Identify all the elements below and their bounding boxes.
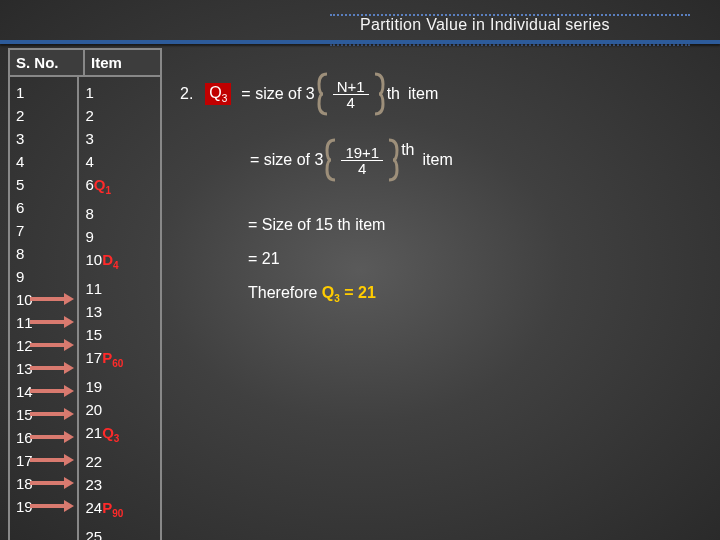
table-row: 13 (85, 300, 154, 323)
table-row: 22 (85, 450, 154, 473)
arrow-icon (30, 412, 66, 416)
arrow-icon (30, 458, 66, 462)
table-row: 8 (16, 242, 71, 265)
table-row: 2 (85, 104, 154, 127)
table-header: S. No. Item (10, 50, 160, 77)
table-row: 20 (85, 398, 154, 421)
table-row: 2 (16, 104, 71, 127)
partition-marker: Q (94, 176, 106, 193)
arrow-icon (30, 435, 66, 439)
right-bracket-icon (385, 138, 399, 182)
table-row: 15 (85, 323, 154, 346)
table-row: 21Q3 (85, 421, 154, 450)
table-row: 17P60 (85, 346, 154, 375)
header-sno: S. No. (10, 50, 85, 75)
arrow-icon (30, 297, 66, 301)
table-row: 6Q1 (85, 173, 154, 202)
table-body: 12345678910111213141516171819 12346Q1891… (10, 77, 160, 540)
table-row: 6 (16, 196, 71, 219)
equation-1: 2. Q3 = size of 3 N+1 4 th item (180, 72, 457, 116)
result-line-1: = Size of 15 th item (248, 208, 385, 242)
table-row: 1 (16, 81, 71, 104)
right-bracket-icon (371, 72, 385, 116)
table-row: 25 (85, 525, 154, 540)
arrow-icon (30, 343, 66, 347)
arrow-icon (30, 366, 66, 370)
page-title: Partition Value in Individual series (360, 16, 610, 34)
table-row: 9 (16, 265, 71, 288)
equations: 2. Q3 = size of 3 N+1 4 th item = size o… (180, 72, 457, 204)
left-bracket-icon (317, 72, 331, 116)
q3-box: Q3 (205, 83, 231, 105)
left-bracket-icon (325, 138, 339, 182)
table-row: 4 (85, 150, 154, 173)
table-row: 5 (16, 173, 71, 196)
table-row: 24P90 (85, 496, 154, 525)
table-row: 8 (85, 202, 154, 225)
header-item: Item (85, 50, 160, 75)
table-row: 11 (85, 277, 154, 300)
item-column: 12346Q18910D411131517P60192021Q3222324P9… (79, 77, 160, 540)
partition-marker: Q (102, 424, 114, 441)
results: = Size of 15 th item = 21 Therefore Q3 =… (248, 208, 385, 316)
arrow-icon (30, 320, 66, 324)
arrow-icon (30, 481, 66, 485)
arrow-icon (30, 504, 66, 508)
table-row: 9 (85, 225, 154, 248)
fraction-1: N+1 4 (333, 79, 369, 110)
arrow-icon (30, 389, 66, 393)
table-row: 19 (85, 375, 154, 398)
table-row: 7 (16, 219, 71, 242)
table-row: 3 (85, 127, 154, 150)
sno-column: 12345678910111213141516171819 (10, 77, 79, 540)
table-row: 4 (16, 150, 71, 173)
table-row: 10D4 (85, 248, 154, 277)
result-line-3: Therefore Q3 = 21 (248, 276, 385, 316)
result-line-2: = 21 (248, 242, 385, 276)
table-row: 3 (16, 127, 71, 150)
partition-marker: P (102, 349, 112, 366)
fraction-2: 19+1 4 (341, 145, 383, 176)
partition-marker: P (102, 499, 112, 516)
table-row: 23 (85, 473, 154, 496)
data-table: S. No. Item 1234567891011121314151617181… (8, 48, 162, 540)
partition-marker: D (102, 251, 113, 268)
step-number: 2. (180, 85, 193, 103)
title-underline (0, 40, 720, 44)
equation-2: = size of 3 19+1 4 th item (246, 138, 457, 182)
table-row: 1 (85, 81, 154, 104)
